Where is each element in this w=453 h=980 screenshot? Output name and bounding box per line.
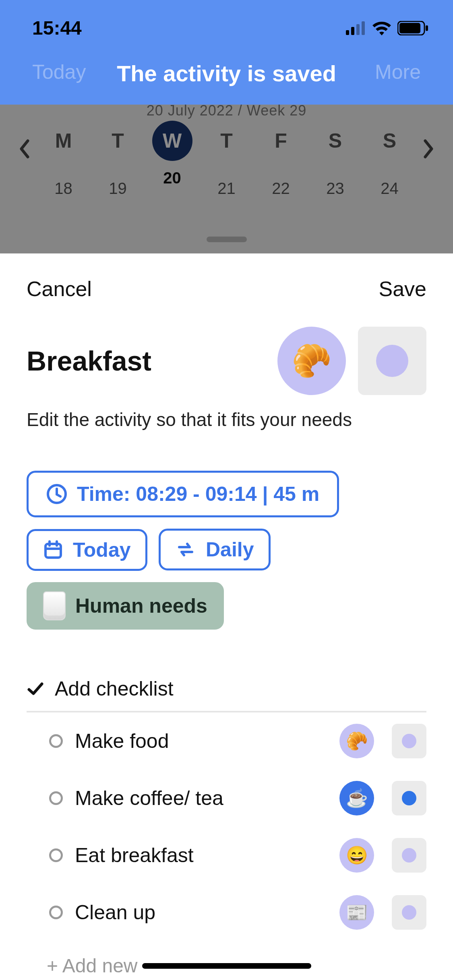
unchecked-circle-icon[interactable] [49, 734, 63, 748]
home-indicator [142, 963, 311, 969]
svg-rect-5 [399, 23, 420, 33]
svg-rect-8 [46, 544, 61, 558]
color-swatch [402, 848, 416, 863]
dimming-overlay [0, 105, 453, 253]
calendar-strip: 20 July 2022 / Week 29 M18T19W20T21F22S2… [0, 105, 453, 253]
checklist-item-color[interactable] [392, 781, 426, 815]
cancel-button[interactable]: Cancel [27, 277, 92, 301]
category-label: Human needs [75, 594, 207, 618]
croissant-icon: 🥐 [292, 342, 332, 380]
color-swatch [376, 345, 408, 377]
svg-rect-2 [356, 24, 360, 35]
checklist-item-color[interactable] [392, 838, 426, 873]
activity-subtitle: Edit the activity so that it fits your n… [27, 409, 426, 430]
calendar-icon [43, 540, 63, 560]
notification-banner: 15:44 Today The activity is sa [0, 0, 453, 105]
unchecked-circle-icon[interactable] [49, 848, 63, 862]
checklist-item-label: Make food [75, 729, 327, 753]
battery-icon [397, 21, 429, 35]
svg-rect-1 [351, 27, 354, 35]
color-swatch [402, 905, 416, 920]
checklist-item-color[interactable] [392, 724, 426, 758]
repeat-label: Daily [206, 538, 254, 561]
repeat-icon [175, 539, 196, 560]
svg-rect-0 [346, 30, 349, 35]
activity-color-picker[interactable] [358, 327, 426, 395]
checklist-item-icon[interactable]: 🥐 [339, 724, 374, 758]
save-button[interactable]: Save [379, 277, 426, 301]
activity-icon-picker[interactable]: 🥐 [277, 327, 346, 395]
checklist-item-label: Make coffee/ tea [75, 786, 327, 810]
checklist-item[interactable]: Eat breakfast😄 [27, 827, 426, 884]
checklist-item-color[interactable] [392, 895, 426, 930]
checklist-header[interactable]: Add checklist [27, 677, 426, 712]
category-pill[interactable]: Human needs [27, 582, 224, 630]
status-right [346, 21, 429, 35]
banner-right-action[interactable]: More [375, 60, 421, 84]
svg-rect-3 [362, 21, 365, 35]
unchecked-circle-icon[interactable] [49, 791, 63, 805]
add-checklist-item[interactable]: + Add new [27, 941, 426, 977]
checklist-item-label: Clean up [75, 901, 327, 924]
color-swatch [402, 734, 416, 748]
time-label: Time: 08:29 - 09:14 | 45 m [77, 482, 319, 506]
checklist-item-icon[interactable]: 📰 [339, 895, 374, 930]
checklist-item[interactable]: Make food🥐 [27, 712, 426, 770]
cellular-icon [346, 21, 366, 35]
color-swatch [402, 791, 416, 805]
checklist-item-label: Eat breakfast [75, 844, 327, 867]
cup-icon [43, 591, 66, 620]
wifi-icon [372, 21, 392, 35]
date-label: Today [73, 538, 131, 562]
check-icon [27, 680, 44, 698]
time-pill[interactable]: Time: 08:29 - 09:14 | 45 m [27, 471, 339, 517]
date-pill[interactable]: Today [27, 529, 147, 571]
clock-icon [46, 484, 67, 504]
svg-rect-6 [426, 25, 428, 31]
checklist-item[interactable]: Clean up📰 [27, 884, 426, 941]
checklist-item-icon[interactable]: 😄 [339, 838, 374, 873]
status-bar: 15:44 [0, 17, 453, 39]
activity-title[interactable]: Breakfast [27, 345, 277, 377]
unchecked-circle-icon[interactable] [49, 906, 63, 919]
clock-time: 15:44 [32, 17, 82, 39]
checklist-header-label: Add checklist [55, 677, 174, 700]
checklist-item[interactable]: Make coffee/ tea☕ [27, 770, 426, 827]
checklist-item-icon[interactable]: ☕ [339, 781, 374, 815]
edit-activity-sheet: Cancel Save Breakfast 🥐 Edit the activit… [4, 253, 449, 980]
repeat-pill[interactable]: Daily [159, 529, 271, 570]
